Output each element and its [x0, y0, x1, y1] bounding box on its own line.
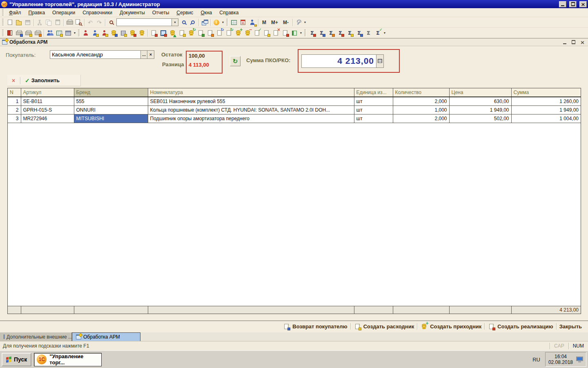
col-header-sum[interactable]: Сумма — [511, 88, 581, 97]
toolbar-grip[interactable] — [78, 29, 80, 37]
cash-register-dropdown[interactable]: ▼ — [73, 29, 77, 37]
close-button[interactable]: × — [579, 1, 587, 7]
col-header-nomenclature[interactable]: Номенклатура — [148, 88, 354, 97]
undo-button[interactable]: ↶ — [86, 18, 95, 27]
doc-coins-button[interactable] — [196, 29, 205, 38]
close-form-button[interactable]: Закрыть — [557, 321, 585, 331]
report-cube-blue-button[interactable]: Σ — [354, 29, 364, 38]
toolbar-grip[interactable] — [2, 19, 4, 26]
col-header-price[interactable]: Цена — [449, 88, 511, 97]
cell-sum[interactable]: 1 260,00 — [511, 97, 581, 106]
new-document-button[interactable] — [5, 18, 14, 27]
system-tray[interactable]: 16:04 02.08.2018 — [545, 352, 586, 367]
menu-file[interactable]: Файл — [5, 9, 25, 16]
toolbar-grip[interactable] — [226, 19, 228, 26]
cell-unit[interactable]: шт — [354, 114, 393, 123]
language-indicator[interactable]: RU — [530, 357, 543, 363]
minimize-button[interactable] — [559, 1, 566, 7]
counterparties-button[interactable] — [45, 29, 54, 38]
sum-input[interactable]: 4 213,00 — [301, 54, 376, 68]
cell-n[interactable]: 2 — [8, 106, 21, 114]
cell-brand[interactable]: 555 — [74, 97, 148, 106]
debtor-button[interactable] — [81, 29, 90, 38]
doc-cancel-button[interactable]: × — [271, 29, 281, 38]
create-income-button[interactable]: + Создать приходник — [417, 321, 484, 331]
cell-brand[interactable]: ONNURI — [74, 106, 148, 114]
print-fiscal-button[interactable] — [14, 29, 24, 38]
save-button[interactable] — [23, 18, 32, 27]
cell-nomenclature[interactable]: Кольца поршневые (комплект) СТД. HYUNDAI… — [148, 106, 354, 114]
doc-refresh-button[interactable]: ↻ — [224, 29, 234, 38]
print-button[interactable] — [65, 18, 74, 27]
trade-dropdown[interactable]: ▼ — [299, 29, 303, 37]
cash-table-button[interactable] — [54, 29, 64, 38]
bank-button[interactable] — [118, 29, 128, 38]
start-button[interactable]: Пуск — [2, 353, 31, 366]
create-sale-button[interactable]: Создать реализацию — [485, 321, 556, 331]
menu-documents[interactable]: Документы — [116, 9, 149, 16]
report-debt-blue-button[interactable]: Σ — [317, 29, 326, 38]
network-monitor-icon[interactable] — [576, 357, 583, 362]
return-to-buyer-button[interactable]: Возврат покупателю — [280, 321, 350, 331]
sum-calc-button[interactable] — [376, 54, 384, 68]
form-close-button[interactable]: × — [579, 39, 586, 45]
settings-button[interactable] — [294, 18, 303, 27]
restore-button[interactable] — [569, 1, 577, 7]
taskbar-app-button[interactable]: 1С "Управление торг... — [34, 353, 102, 366]
cut-button[interactable] — [35, 18, 44, 27]
col-header-article[interactable]: Артикул — [21, 88, 74, 97]
fill-button[interactable]: ✓ Заполнить — [22, 76, 62, 85]
cell-sum[interactable]: 1 004,00 — [511, 114, 581, 123]
buyer-lookup-button[interactable]: ... — [140, 50, 147, 59]
menu-grip[interactable] — [2, 9, 4, 16]
cell-article[interactable]: GPRH-015-S — [21, 106, 74, 114]
coins-button[interactable] — [137, 29, 146, 38]
create-expense-button[interactable]: Создать расходник — [351, 321, 417, 331]
tray-clock[interactable]: 16:04 02.08.2018 — [548, 354, 573, 365]
menu-service[interactable]: Сервис — [173, 9, 197, 16]
cell-sum[interactable]: 1 949,00 — [511, 106, 581, 114]
tariff-button[interactable] — [128, 29, 137, 38]
delete-row-button[interactable]: × — [9, 76, 18, 85]
print-label-button[interactable] — [33, 29, 42, 38]
doc-person-button[interactable] — [281, 29, 290, 38]
cell-qty[interactable]: 1,000 — [393, 106, 449, 114]
print-document-button[interactable] — [24, 29, 33, 38]
cell-brand-selected[interactable]: MITSUBISHI — [74, 114, 148, 123]
tab-additional-external[interactable]: Дополнительные внешние ... — [0, 332, 72, 341]
find-previous-button[interactable] — [188, 18, 197, 27]
search-dropdown-button[interactable]: ▼ — [172, 19, 178, 26]
menu-windows[interactable]: Окна — [197, 9, 216, 16]
cell-nomenclature[interactable]: Подшипник опоры амортизатора переднего — [148, 114, 354, 123]
report-check-button[interactable]: Σ✓ — [373, 29, 383, 38]
order-yellow-button[interactable] — [205, 29, 215, 38]
menu-reports[interactable]: Отчеты — [149, 9, 173, 16]
search-combobox[interactable]: ▼ — [116, 18, 178, 26]
toolbar-grip[interactable] — [2, 29, 4, 37]
memory-minus-button[interactable]: M- — [281, 18, 291, 27]
cashier-workplace-button[interactable] — [158, 29, 168, 38]
print-preview-button[interactable] — [74, 18, 83, 27]
refresh-button[interactable]: ↻ — [230, 56, 241, 66]
find-next-button[interactable] — [179, 18, 188, 27]
doc-audit-button[interactable] — [262, 29, 271, 38]
cell-price[interactable]: 1 949,00 — [449, 106, 511, 114]
search-input[interactable] — [117, 19, 172, 26]
structure-button[interactable] — [290, 29, 299, 38]
doc-approve-button[interactable]: ✓ — [252, 29, 262, 38]
menu-operations[interactable]: Операции — [49, 9, 79, 16]
payment-in-button[interactable] — [90, 29, 100, 38]
col-header-brand[interactable]: Бренд — [74, 88, 148, 97]
form-minimize-button[interactable] — [561, 39, 568, 45]
calendar-button[interactable]: 31 — [238, 18, 247, 27]
order-button[interactable] — [149, 29, 158, 38]
cash-register-button[interactable] — [64, 29, 73, 38]
menu-help[interactable]: Справка — [216, 9, 242, 16]
paste-button[interactable] — [53, 18, 62, 27]
coins-in-button[interactable] — [168, 29, 177, 38]
copy-button[interactable] — [44, 18, 53, 27]
coins-person-button[interactable] — [109, 29, 118, 38]
memory-button[interactable]: M — [260, 18, 269, 27]
cell-article[interactable]: MR272946 — [21, 114, 74, 123]
coins-remove-button[interactable]: − — [243, 29, 252, 38]
